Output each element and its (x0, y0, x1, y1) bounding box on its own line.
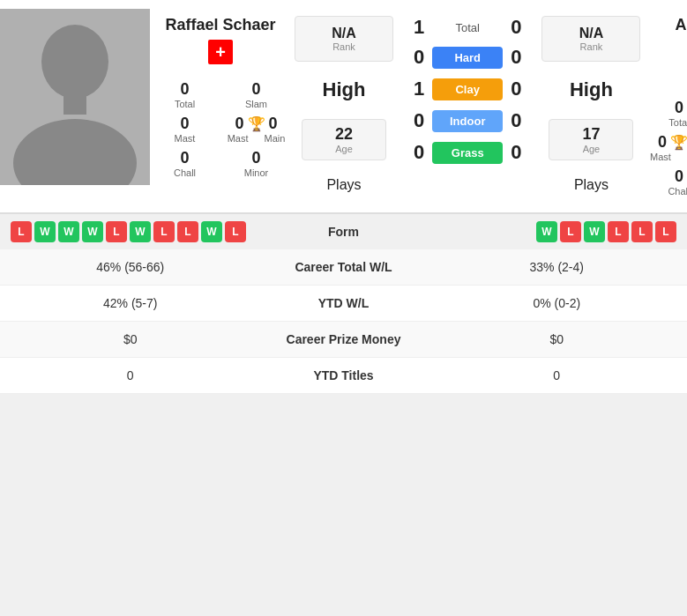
form-badge-right: L (560, 221, 581, 242)
form-badge-left: L (106, 221, 127, 242)
left-age-box: 22 Age (302, 119, 386, 160)
left-rank-box: N/A Rank (295, 16, 393, 62)
swiss-flag-icon (208, 40, 233, 64)
right-player-info: Andrea De Marchi 0 Total 0 Slam (644, 9, 687, 204)
left-total-value: 0 Total (153, 80, 216, 109)
stats-row-right: 0 (441, 368, 674, 382)
grass-right-score: 0 (503, 141, 529, 164)
left-high-text: High (295, 71, 393, 108)
clay-row: 1 Clay 0 (397, 74, 538, 104)
clay-label: Clay (432, 78, 503, 100)
form-badge-left: W (58, 221, 79, 242)
stats-row-left: 46% (56-66) (14, 260, 247, 274)
hard-row: 0 Hard 0 (397, 42, 538, 72)
svg-rect-3 (63, 93, 86, 115)
right-rank-box: N/A Rank (541, 16, 640, 62)
right-high-text: High (541, 71, 640, 108)
stats-row-left: $0 (14, 332, 247, 346)
left-chall-value: 0 Chall (153, 149, 216, 178)
stats-row-center: Career Total W/L (247, 260, 441, 274)
left-side-panel: N/A Rank High 22 Age Plays (291, 9, 397, 204)
indoor-label: Indoor (432, 110, 503, 132)
form-badge-left: W (130, 221, 151, 242)
form-badge-right: L (655, 221, 676, 242)
left-slam-value: 0 Slam (225, 80, 287, 109)
hard-left-score: 0 (406, 46, 432, 69)
stats-row: $0Career Prize Money$0 (0, 322, 687, 358)
hard-surface-btn: Hard (432, 47, 503, 69)
left-player-photo (0, 9, 150, 185)
stats-row-right: $0 (441, 332, 674, 346)
total-right-score: 0 (503, 16, 529, 39)
form-badge-left: L (177, 221, 198, 242)
stats-row-center: Career Prize Money (247, 332, 441, 346)
stats-row-right: 33% (2-4) (441, 260, 674, 274)
form-section: LWWWLWLLWL Form WLWLLL (0, 213, 687, 249)
grass-row: 0 Grass 0 (397, 137, 538, 167)
left-player-flag (208, 40, 233, 64)
svg-point-1 (41, 25, 108, 99)
hard-label: Hard (432, 47, 503, 69)
grass-surface-btn: Grass (432, 142, 503, 164)
left-mast-value: 0 Mast (153, 115, 216, 144)
form-badge-left: L (225, 221, 246, 242)
indoor-right-score: 0 (503, 109, 529, 132)
right-trophy-icon: 🏆 (670, 134, 687, 151)
form-badge-left: W (34, 221, 56, 242)
stats-row: 42% (5-7)YTD W/L0% (0-2) (0, 286, 687, 322)
clay-left-score: 1 (406, 78, 432, 100)
form-badge-right: L (631, 221, 653, 242)
right-stats-grid: 0 Total 0 Slam 0 🏆 0 (647, 93, 687, 197)
left-plays-text: Plays (295, 170, 393, 200)
form-badge-left: L (11, 221, 32, 242)
indoor-left-score: 0 (406, 109, 432, 132)
stats-row-center: YTD W/L (247, 296, 441, 310)
grass-label: Grass (432, 142, 503, 164)
hard-right-score: 0 (503, 46, 529, 69)
form-badge-right: L (608, 221, 629, 242)
left-trophy-icon: 🏆 (248, 115, 265, 132)
stats-row: 0YTD Titles0 (0, 358, 687, 394)
stats-row-center: YTD Titles (247, 368, 441, 382)
form-badge-left: W (82, 221, 103, 242)
left-player-info: Raffael Schaer 0 Total 0 Slam (150, 9, 291, 204)
right-side-panel: N/A Rank High 17 Age Plays (538, 9, 644, 204)
left-trophy-main: 0 🏆 0 Mast Main (225, 115, 287, 144)
stats-row-left: 42% (5-7) (14, 296, 247, 310)
total-label: Total (432, 21, 503, 34)
right-chall-value: 0 Chall (647, 167, 687, 197)
main-container: Raffael Schaer 0 Total 0 Slam (0, 0, 687, 394)
stats-row: 46% (56-66)Career Total W/L33% (2-4) (0, 249, 687, 286)
clay-right-score: 0 (503, 78, 529, 100)
left-minor-value: 0 Minor (225, 149, 287, 178)
left-stats-grid: 0 Total 0 Slam 0 Mast 0 (153, 75, 287, 178)
player-comparison: Raffael Schaer 0 Total 0 Slam (0, 0, 687, 213)
form-badge-left: W (201, 221, 222, 242)
right-age-box: 17 Age (549, 119, 633, 160)
clay-surface-btn: Clay (432, 78, 503, 100)
stats-rows: 46% (56-66)Career Total W/L33% (2-4)42% … (0, 249, 687, 394)
form-badge-right: W (584, 221, 605, 242)
right-trophy-main: 0 🏆 0 Mast Main (647, 133, 687, 162)
form-badge-left: L (153, 221, 175, 242)
right-form-badges: WLWLLL (388, 221, 677, 242)
form-badge-right: W (536, 221, 557, 242)
center-stats: 1 Total 0 0 Hard 0 1 Clay 0 (397, 9, 538, 204)
indoor-row: 0 Indoor 0 (397, 106, 538, 136)
indoor-surface-btn: Indoor (432, 110, 503, 132)
right-plays-text: Plays (541, 170, 640, 200)
left-form-badges: LWWWLWLLWL (11, 221, 300, 242)
right-player-name: Andrea De Marchi (647, 16, 687, 53)
left-player-name: Raffael Schaer (165, 16, 275, 34)
stats-row-right: 0% (0-2) (441, 296, 674, 310)
grass-left-score: 0 (406, 141, 432, 164)
stats-row-left: 0 (14, 368, 247, 382)
form-label: Form (300, 225, 388, 239)
right-total-value: 0 Total (647, 99, 687, 128)
total-left-score: 1 (406, 16, 432, 39)
total-row: 1 Total 0 (397, 9, 538, 42)
